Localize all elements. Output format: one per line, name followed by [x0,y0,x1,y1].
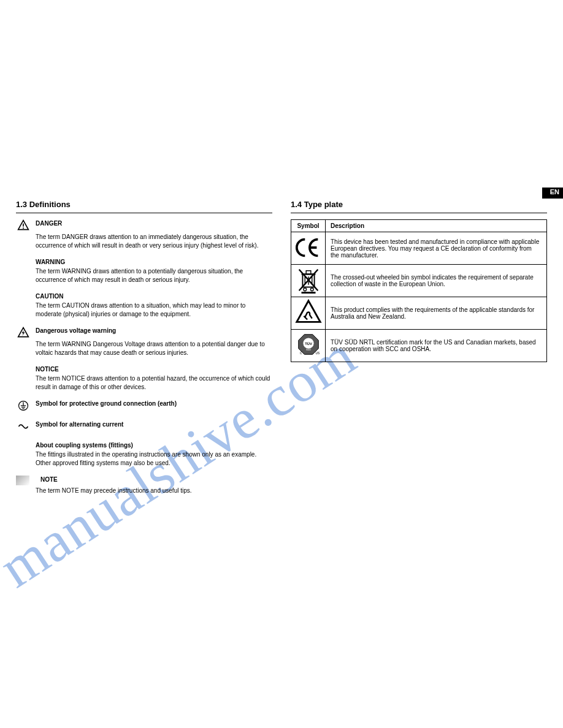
note-block-icon [16,476,29,485]
th-desc: Description [326,220,547,232]
svg-text:SÜD: SÜD [305,349,310,351]
warning-desc: The term WARNING draws attention to a po… [36,267,272,284]
definitions-heading: 1.3 Definitions [16,200,272,213]
weee-desc: The crossed-out wheeled bin symbol indic… [326,265,547,297]
voltage-triangle-icon [16,327,31,339]
rcm-desc: This product complies with the requireme… [326,297,547,330]
page-tab-label: EN [550,188,559,195]
table-row-tuv: TÜV SÜD C US TÜV SÜD NRTL certification … [291,330,547,362]
table-row-ce: This device has been tested and manufact… [291,232,547,265]
right-column: 1.4 Type plate Symbol Description This d… [291,12,547,504]
fitting-term: About coupling systems (fittings) [36,441,133,449]
caution-term: CAUTION [36,292,64,300]
ground-term: Symbol for protective ground connection … [36,400,177,408]
notice-desc: The term NOTICE draws attention to a pot… [36,374,272,391]
svg-point-1 [23,227,24,229]
svg-text:C: C [299,352,302,355]
ac-term: Symbol for alternating current [36,420,123,428]
def-voltage: Dangerous voltage warning The term WARNI… [16,327,272,357]
def-danger: DANGER The term DANGER draws attention t… [16,219,272,249]
def-ac: Symbol for alternating current [16,420,272,433]
note-term: NOTE [40,476,58,483]
danger-term: DANGER [36,219,62,227]
def-warning: WARNING The term WARNING draws attention… [16,258,272,284]
voltage-term: Dangerous voltage warning [36,327,116,335]
def-notice: NOTICE The term NOTICE draws attention t… [16,365,272,391]
symbol-table: Symbol Description This device has been … [291,219,547,362]
def-caution: CAUTION The term CAUTION draws attention… [16,292,272,318]
warning-term: WARNING [36,258,65,266]
tuv-desc: TÜV SÜD NRTL certification mark for the … [326,330,547,362]
def-fitting: About coupling systems (fittings) The fi… [16,441,272,467]
ce-mark-icon [291,232,326,265]
svg-point-13 [303,288,306,291]
note-desc: The term NOTE may precede instructions a… [36,487,272,495]
table-row-rcm: This product complies with the requireme… [291,297,547,330]
svg-text:TÜV: TÜV [305,342,312,346]
typeplate-heading: 1.4 Type plate [291,200,547,213]
weee-bin-icon [291,265,326,297]
ground-icon [16,400,31,412]
tuv-icon: TÜV SÜD C US [291,330,326,362]
warning-triangle-icon [16,219,31,232]
svg-text:US: US [315,352,320,355]
table-row-weee: The crossed-out wheeled bin symbol indic… [291,265,547,297]
ce-desc: This device has been tested and manufact… [326,232,547,265]
svg-point-14 [310,288,313,291]
def-ground: Symbol for protective ground connection … [16,400,272,412]
voltage-desc: The term WARNING Dangerous Voltage draws… [36,340,272,357]
left-column: 1.3 Definitions DANGER The term DANGER d… [16,12,272,504]
rcm-icon [291,297,326,330]
fitting-desc: The fittings illustrated in the operatin… [36,450,272,467]
notice-term: NOTICE [36,365,59,373]
svg-rect-17 [301,292,315,294]
page-container: manualshive.com EN 1.3 Definitions DANGE… [0,0,563,728]
table-header-row: Symbol Description [291,220,547,232]
danger-desc: The term DANGER draws attention to an im… [36,233,272,249]
ac-icon [16,420,31,433]
th-symbol: Symbol [291,220,326,232]
def-note: NOTE The term NOTE may precede instructi… [16,476,272,495]
caution-desc: The term CAUTION draws attention to a si… [36,301,272,318]
